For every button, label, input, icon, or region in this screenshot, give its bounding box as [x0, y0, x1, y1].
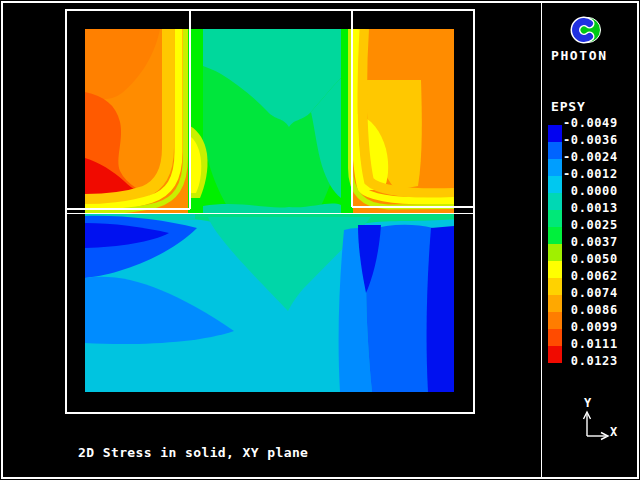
legend-swatch	[548, 125, 562, 142]
legend-value: 0.0086	[563, 304, 618, 317]
legend-swatch	[548, 227, 562, 244]
axis-x-label: X	[610, 426, 617, 438]
legend-value: 0.0062	[563, 270, 618, 283]
legend-scale: -0.0049-0.0036-0.0024-0.0012 0.0000 0.00…	[0, 0, 640, 480]
legend-swatch	[548, 261, 562, 278]
legend-swatch	[548, 329, 562, 346]
legend-value: 0.0037	[563, 236, 618, 249]
legend-swatch	[548, 142, 562, 159]
plot-caption: 2D Stress in solid, XY plane	[78, 446, 308, 460]
legend-value: 0.0099	[563, 321, 618, 334]
legend-value: 0.0025	[563, 219, 618, 232]
legend-swatch	[548, 278, 562, 295]
legend-swatch	[548, 176, 562, 193]
legend-value: -0.0024	[563, 151, 618, 164]
legend-value: 0.0013	[563, 202, 618, 215]
legend-swatch	[548, 244, 562, 261]
legend-swatch	[548, 210, 562, 227]
legend-swatch	[548, 193, 562, 210]
legend-value: 0.0000	[563, 185, 618, 198]
legend-swatch	[548, 312, 562, 329]
legend-swatch	[548, 346, 562, 363]
legend-swatch	[548, 159, 562, 176]
legend-value: -0.0012	[563, 168, 618, 181]
legend-value: 0.0123	[563, 355, 618, 368]
legend-value: -0.0036	[563, 134, 618, 147]
legend-value: 0.0074	[563, 287, 618, 300]
legend-value: -0.0049	[563, 117, 618, 130]
legend-swatch	[548, 295, 562, 312]
legend-value: 0.0050	[563, 253, 618, 266]
legend-value: 0.0111	[563, 338, 618, 351]
axis-y-label: Y	[584, 397, 591, 409]
photon-window: PHOTON EPSY -0.0049-0.0036-0.0024-0.0012…	[0, 0, 640, 480]
